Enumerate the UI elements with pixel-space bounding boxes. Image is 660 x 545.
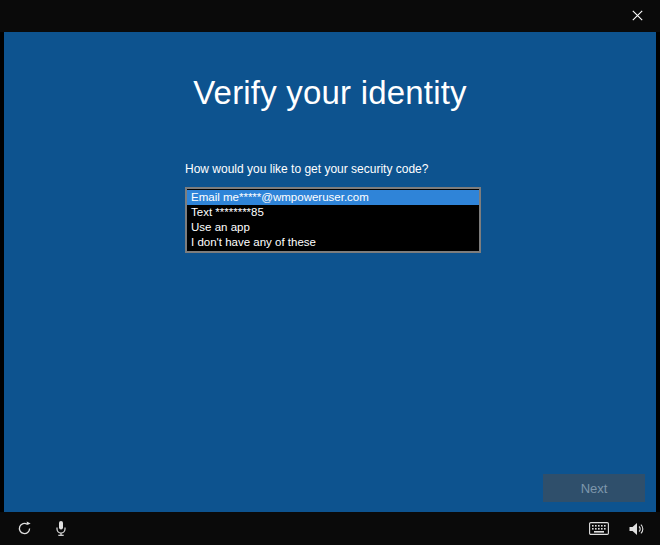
keyboard-icon[interactable] — [588, 518, 610, 540]
security-code-options-listbox[interactable]: Email me*****@wmpoweruser.com Text *****… — [185, 187, 481, 253]
close-icon — [632, 9, 643, 24]
option-use-an-app[interactable]: Use an app — [187, 220, 479, 235]
ease-of-access-icon[interactable] — [13, 518, 35, 540]
close-button[interactable] — [614, 0, 660, 32]
taskbar-left-icons — [13, 518, 72, 540]
option-text-message[interactable]: Text ********85 — [187, 205, 479, 220]
security-code-question-label: How would you like to get your security … — [185, 162, 428, 176]
option-dont-have-any[interactable]: I don't have any of these — [187, 235, 479, 250]
page-title: Verify your identity — [4, 74, 656, 112]
option-email[interactable]: Email me*****@wmpoweruser.com — [187, 190, 479, 205]
microphone-icon[interactable] — [50, 518, 72, 540]
main-panel: Verify your identity How would you like … — [4, 32, 656, 512]
titlebar — [0, 0, 660, 32]
bottom-taskbar — [0, 512, 660, 545]
verification-window: Verify your identity How would you like … — [0, 0, 660, 545]
taskbar-right-icons — [588, 518, 647, 540]
next-button[interactable]: Next — [543, 474, 645, 502]
volume-icon[interactable] — [625, 518, 647, 540]
